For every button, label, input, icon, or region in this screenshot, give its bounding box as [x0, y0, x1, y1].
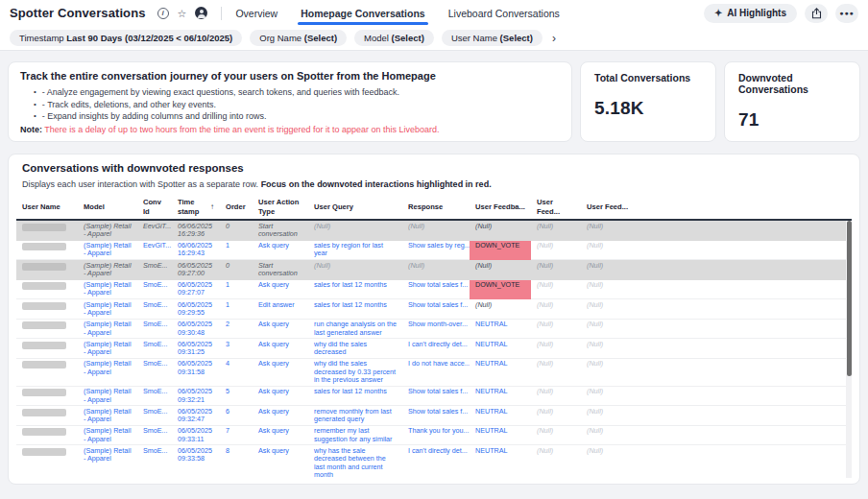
cell-user-feedback-comment[interactable]: (Null): [581, 240, 635, 260]
cell-user-action-type[interactable]: Ask query: [253, 358, 308, 386]
cell-user-name[interactable]: [16, 299, 78, 320]
cell-user-feedback[interactable]: (Null): [470, 260, 531, 280]
cell-response[interactable]: Show total sales f...: [402, 279, 470, 299]
cell-user-name[interactable]: [16, 319, 78, 339]
column-header[interactable]: Order: [220, 195, 253, 220]
cell-user-feedback-comment[interactable]: (Null): [581, 406, 635, 426]
cell-user-name[interactable]: [16, 406, 78, 426]
column-header[interactable]: User Feed...: [581, 195, 635, 220]
cell-order[interactable]: 1: [220, 279, 253, 299]
cell-user-query[interactable]: (Null): [308, 221, 402, 240]
cell-user-query[interactable]: run change analysis on the last generate…: [308, 319, 402, 339]
cell-model[interactable]: (Sample) Retail - Apparel: [78, 358, 137, 386]
table-row[interactable]: (Sample) Retail - ApparelSmoE...06/05/20…: [16, 358, 852, 386]
cell-timestamp[interactable]: 06/05/2025 09:27:07: [172, 279, 220, 299]
table-row[interactable]: (Sample) Retail - ApparelSmoE...06/05/20…: [16, 445, 852, 478]
filter-chip-user-name[interactable]: User Name (Select): [442, 30, 542, 46]
cell-order[interactable]: 5: [220, 386, 253, 406]
cell-user-feedback-comment[interactable]: (Null): [581, 339, 635, 359]
cell-user-feedback[interactable]: (Null): [470, 221, 531, 240]
cell-user-query[interactable]: (Null): [308, 260, 402, 280]
cell-user-query[interactable]: sales for last 12 months: [308, 279, 402, 299]
info-icon[interactable]: i: [157, 8, 169, 19]
cell-timestamp[interactable]: 06/05/2025 09:32:47: [172, 406, 220, 426]
cell-user-feedback-comment[interactable]: (Null): [581, 299, 635, 320]
cell-conv-id[interactable]: SmoE...: [137, 406, 172, 426]
column-header[interactable]: Time stamp↑: [172, 195, 220, 220]
cell-user-action-type[interactable]: Ask query: [253, 339, 308, 359]
table-row[interactable]: (Sample) Retail - ApparelSmoE...06/05/20…: [16, 319, 852, 339]
more-filters-chevron-icon[interactable]: ›: [550, 33, 558, 44]
cell-user-name[interactable]: [16, 445, 78, 478]
cell-user-query[interactable]: sales by region for last year: [308, 240, 402, 260]
cell-model[interactable]: (Sample) Retail - Apparel: [78, 386, 137, 406]
cell-response[interactable]: I can't directly det...: [402, 339, 470, 359]
table-row[interactable]: (Sample) Retail - ApparelEevGiT...06/06/…: [16, 221, 852, 240]
share-button[interactable]: [805, 4, 828, 23]
cell-conv-id[interactable]: SmoE...: [137, 279, 172, 299]
cell-user-name[interactable]: [16, 425, 78, 445]
table-row[interactable]: (Sample) Retail - ApparelEevGiT...06/06/…: [16, 240, 852, 260]
cell-model[interactable]: (Sample) Retail - Apparel: [78, 221, 137, 240]
cell-user-feedback-comment[interactable]: (Null): [581, 425, 635, 445]
cell-user-feedback[interactable]: DOWN_VOTE: [470, 240, 531, 260]
cell-model[interactable]: (Sample) Retail - Apparel: [78, 445, 137, 478]
table-row[interactable]: (Sample) Retail - ApparelSmoE...06/05/20…: [16, 299, 852, 320]
cell-user-query[interactable]: remember my last suggestion for any simi…: [308, 425, 402, 445]
table-row[interactable]: (Sample) Retail - ApparelSmoE...06/05/20…: [16, 279, 852, 299]
tab-homepage-conversations[interactable]: Homepage Conversations: [301, 0, 425, 26]
cell-response[interactable]: Thank you for you...: [402, 425, 470, 445]
cell-user-feedback-note[interactable]: (Null): [531, 445, 581, 478]
cell-user-feedback[interactable]: NEUTRAL: [470, 358, 531, 386]
cell-user-feedback-note[interactable]: (Null): [531, 279, 581, 299]
cell-timestamp[interactable]: 06/05/2025 09:33:58: [172, 445, 220, 478]
cell-user-feedback-comment[interactable]: (Null): [581, 221, 635, 240]
tab-liveboard-conversations[interactable]: Liveboard Conversations: [448, 0, 560, 26]
cell-user-query[interactable]: remove monthly from last generated query: [308, 406, 402, 426]
cell-conv-id[interactable]: SmoE...: [137, 319, 172, 339]
cell-model[interactable]: (Sample) Retail - Apparel: [78, 319, 137, 339]
cell-conv-id[interactable]: SmoE...: [137, 260, 172, 280]
cell-user-name[interactable]: [16, 260, 78, 280]
column-header[interactable]: User Feed...: [531, 195, 581, 220]
cell-user-action-type[interactable]: Edit answer: [253, 299, 308, 320]
column-header[interactable]: User Query: [308, 195, 402, 220]
cell-timestamp[interactable]: 06/05/2025 09:31:58: [172, 358, 220, 386]
tab-overview[interactable]: Overview: [235, 0, 277, 26]
cell-user-action-type[interactable]: Ask query: [253, 386, 308, 406]
cell-user-action-type[interactable]: Start conversation: [253, 260, 308, 280]
cell-order[interactable]: 4: [220, 358, 253, 386]
cell-response[interactable]: I do not have acce...: [402, 358, 470, 386]
cell-timestamp[interactable]: 06/05/2025 09:33:11: [172, 425, 220, 445]
cell-user-feedback-note[interactable]: (Null): [531, 406, 581, 426]
sort-ascending-icon[interactable]: ↑: [210, 202, 214, 212]
column-header[interactable]: User Name: [16, 195, 78, 220]
cell-user-query[interactable]: why did the sales decreased by 0.33 perc…: [308, 358, 402, 386]
column-header[interactable]: Response: [402, 195, 470, 220]
cell-order[interactable]: 6: [220, 406, 253, 426]
cell-conv-id[interactable]: SmoE...: [137, 386, 172, 406]
cell-user-feedback-note[interactable]: (Null): [531, 339, 581, 359]
cell-user-feedback[interactable]: (Null): [470, 299, 531, 320]
cell-user-action-type[interactable]: Ask query: [253, 406, 308, 426]
more-menu-button[interactable]: ●●●: [835, 4, 858, 23]
cell-response[interactable]: Show sales by reg...: [402, 240, 470, 260]
cell-conv-id[interactable]: EevGiT...: [137, 221, 172, 240]
favorite-star-icon[interactable]: ☆: [178, 8, 187, 19]
cell-user-feedback-note[interactable]: (Null): [531, 386, 581, 406]
cell-user-feedback-comment[interactable]: (Null): [581, 279, 635, 299]
cell-conv-id[interactable]: SmoE...: [137, 339, 172, 359]
column-header[interactable]: Conv Id: [137, 195, 172, 220]
cell-response[interactable]: I can't directly det...: [402, 445, 470, 478]
filter-chip-model[interactable]: Model (Select): [354, 30, 434, 46]
cell-user-name[interactable]: [16, 279, 78, 299]
column-header[interactable]: User Action Type: [253, 195, 308, 220]
filter-chip-timestamp[interactable]: Timestamp Last 90 Days (03/12/2025 < 06/…: [10, 30, 242, 46]
cell-user-query[interactable]: why has the sale decreased between the l…: [308, 445, 402, 478]
cell-timestamp[interactable]: 06/05/2025 09:29:55: [172, 299, 220, 320]
cell-user-feedback-comment[interactable]: (Null): [581, 445, 635, 478]
cell-user-action-type[interactable]: Ask query: [253, 240, 308, 260]
cell-user-action-type[interactable]: Ask query: [253, 425, 308, 445]
table-row[interactable]: (Sample) Retail - ApparelSmoE...06/05/20…: [16, 386, 852, 406]
cell-user-feedback-note[interactable]: (Null): [531, 221, 581, 240]
